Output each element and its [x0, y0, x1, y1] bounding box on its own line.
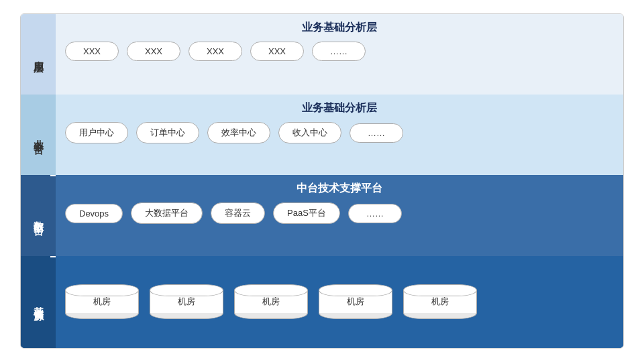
app-layer-row: 应用层 业务基础分析层 XXX XXX XXX XXX ……: [21, 14, 623, 95]
data-item-5: ……: [348, 204, 402, 223]
app-item-1: XXX: [65, 42, 119, 61]
data-layer-label: 数据中台: [21, 175, 56, 255]
app-item-3: XXX: [189, 42, 242, 61]
data-layer-row: 数据中台 中台技术支撑平台 Devops 大数据平台 容器云 PaaS平台 ……: [21, 175, 623, 255]
cylinder-3: 机房: [234, 284, 308, 319]
tick-2: [53, 175, 54, 176]
data-item-3: 容器云: [211, 202, 265, 224]
biz-item-3: 效率中心: [207, 122, 270, 143]
biz-layer-title: 业务基础分析层: [65, 101, 614, 115]
app-item-5: ……: [312, 42, 366, 61]
architecture-diagram: 应用层 业务基础分析层 XXX XXX XXX XXX …… 业务中台 业务基础…: [20, 13, 624, 349]
tick-marks-data: [50, 175, 56, 255]
biz-layer-content: 业务基础分析层 用户中心 订单中心 效率中心 收入中心 ……: [56, 95, 623, 175]
cylinder-4: 机房: [319, 284, 392, 319]
cylinder-3-top: [234, 284, 308, 296]
tick-7: [52, 256, 53, 257]
biz-item-1: 用户中心: [65, 122, 128, 143]
app-item-4: XXX: [250, 42, 304, 61]
cylinder-5: 机房: [403, 284, 477, 319]
biz-layer-row: 业务中台 业务基础分析层 用户中心 订单中心 效率中心 收入中心 ……: [21, 95, 623, 175]
infra-layer-content: 机房 机房 机房 机房: [56, 256, 623, 348]
cylinder-1: 机房: [65, 284, 139, 319]
tick-4: [50, 175, 52, 176]
cylinder-5-top: [403, 284, 477, 296]
infra-layer-row: 基础资源 机房 机房: [21, 256, 623, 348]
biz-layer-label: 业务中台: [21, 95, 56, 175]
data-item-4: PaaS平台: [273, 202, 340, 224]
data-layer-content: 中台技术支撑平台 Devops 大数据平台 容器云 PaaS平台 ……: [56, 175, 623, 255]
app-item-2: XXX: [127, 42, 180, 61]
biz-item-2: 订单中心: [136, 122, 199, 143]
cylinder-2: 机房: [150, 284, 223, 319]
data-layer-title: 中台技术支撑平台: [65, 182, 614, 196]
app-layer-items: XXX XXX XXX XXX ……: [65, 42, 614, 61]
app-layer-label: 应用层: [21, 14, 56, 95]
tick-8: [50, 256, 52, 257]
app-layer-title: 业务基础分析层: [65, 21, 614, 35]
cylinder-4-top: [319, 284, 392, 296]
data-item-1: Devops: [65, 204, 123, 223]
tick-marks-infra: [50, 256, 56, 348]
cylinder-1-top: [65, 284, 139, 296]
infra-layer-label: 基础资源: [21, 256, 56, 348]
cylinder-container: 机房 机房 机房 机房: [65, 282, 614, 322]
biz-item-4: 收入中心: [278, 122, 341, 143]
app-layer-content: 业务基础分析层 XXX XXX XXX XXX ……: [56, 14, 623, 95]
cylinder-2-top: [150, 284, 223, 296]
tick-6: [53, 256, 54, 257]
biz-layer-items: 用户中心 订单中心 效率中心 收入中心 ……: [65, 122, 614, 143]
tick-3: [52, 175, 53, 176]
data-item-2: 大数据平台: [131, 202, 203, 224]
data-layer-items: Devops 大数据平台 容器云 PaaS平台 ……: [65, 202, 614, 224]
biz-item-5: ……: [350, 123, 403, 143]
